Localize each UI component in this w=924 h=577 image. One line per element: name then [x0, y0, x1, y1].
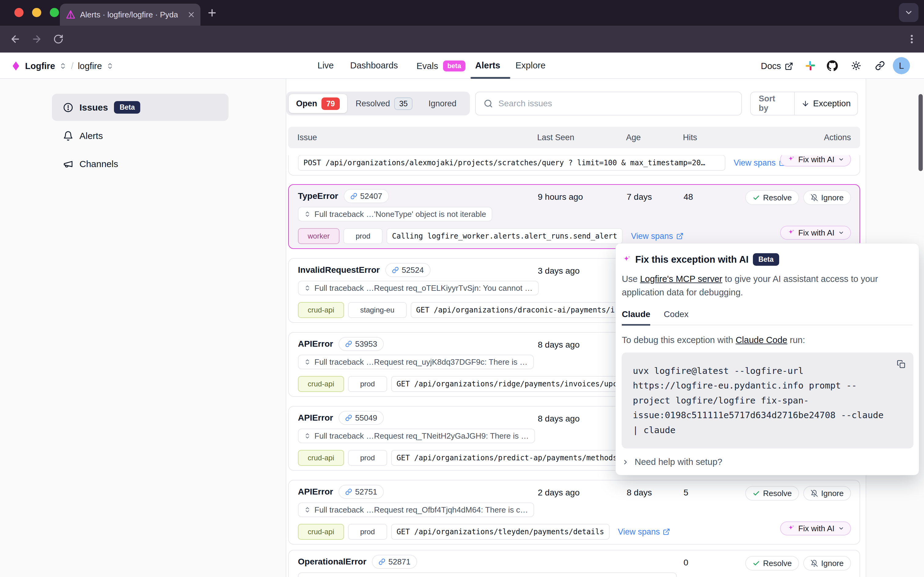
- link-icon: [345, 340, 352, 347]
- table-row-operationalerror[interactable]: OperationalError 52871 0 Resolve Ignore: [288, 550, 860, 577]
- browser-tab-strip: Alerts · logfire/logfire · Pydant: [0, 0, 924, 26]
- issue-id-pill[interactable]: 55049: [339, 411, 384, 425]
- ignore-button[interactable]: Ignore: [803, 190, 851, 205]
- tab-codex[interactable]: Codex: [664, 309, 689, 325]
- project-name[interactable]: logfire: [78, 61, 102, 71]
- col-age: Age: [626, 133, 641, 142]
- mcp-server-link[interactable]: Logfire's MCP server: [640, 274, 722, 284]
- chevron-down-icon: [838, 156, 844, 163]
- browser-tab[interactable]: Alerts · logfire/logfire · Pydant: [60, 4, 200, 26]
- ignore-button[interactable]: Ignore: [803, 556, 851, 571]
- fix-with-ai-button[interactable]: Fix with AI: [780, 226, 851, 240]
- new-tab-button[interactable]: [206, 7, 218, 18]
- github-icon[interactable]: [827, 60, 838, 71]
- last-seen: 9 hours ago: [538, 192, 583, 202]
- sidebar-item-issues[interactable]: Issues Beta: [52, 94, 229, 121]
- setup-help-toggle[interactable]: Need help with setup?: [622, 457, 913, 467]
- age: 7 days: [627, 192, 652, 202]
- copy-button[interactable]: [897, 360, 905, 368]
- avatar[interactable]: L: [893, 57, 910, 74]
- bell-off-icon: [811, 490, 818, 497]
- link-icon: [392, 267, 399, 273]
- tab-claude[interactable]: Claude: [622, 309, 650, 326]
- ignore-button[interactable]: Ignore: [803, 486, 851, 501]
- issue-id-pill[interactable]: 52871: [372, 555, 417, 569]
- issue-id-pill[interactable]: 52524: [385, 263, 431, 277]
- check-icon: [753, 490, 760, 497]
- issue-id-pill[interactable]: 53953: [339, 337, 384, 351]
- issue-id-pill[interactable]: 52751: [339, 485, 384, 499]
- traceback-pill[interactable]: Full traceback …Request req_oTELKiyyrTvS…: [298, 281, 539, 295]
- tab-explore[interactable]: Explore: [516, 60, 545, 71]
- refresh-button[interactable]: [53, 34, 64, 44]
- resolve-button[interactable]: Resolve: [745, 190, 799, 205]
- issue-type: APIError: [298, 487, 333, 496]
- assistant-tabs: Claude Codex: [622, 309, 913, 325]
- window-minimize-button[interactable]: [32, 8, 41, 17]
- share-link-icon[interactable]: [875, 61, 885, 71]
- search-input[interactable]: [498, 99, 733, 108]
- slack-icon[interactable]: [805, 61, 815, 71]
- window-zoom-button[interactable]: [50, 8, 59, 17]
- theme-toggle-icon[interactable]: [851, 61, 861, 71]
- col-issue: Issue: [297, 133, 317, 142]
- view-spans-link[interactable]: View spans: [618, 527, 671, 537]
- popover-instruction: To debug this exception with Claude Code…: [622, 335, 913, 345]
- chevron-down-icon: [838, 230, 844, 236]
- chevrons-up-down-icon: [304, 359, 311, 365]
- page-scrollbar[interactable]: [919, 94, 923, 171]
- tab-evals[interactable]: Evals beta: [416, 60, 465, 71]
- traceback-pill[interactable]: Full traceback …Request req_Ofbf4Tjqh4dM…: [298, 503, 534, 517]
- traceback-pill[interactable]: Full traceback …Request req_TNeitH2yGaJG…: [298, 429, 535, 443]
- traceback-pill[interactable]: Full traceback …Request req_uyjK8dq37DGF…: [298, 355, 534, 369]
- sort-direction-icon[interactable]: [801, 100, 810, 108]
- claude-code-link[interactable]: Claude Code: [735, 335, 787, 345]
- link-icon: [379, 558, 385, 565]
- search-box: [475, 92, 742, 116]
- traceback-pill[interactable]: Full traceback …'NoneType' object is not…: [298, 207, 492, 221]
- popover-beta-badge: Beta: [753, 253, 779, 266]
- tab-close-icon[interactable]: [188, 11, 195, 18]
- forward-button[interactable]: [31, 34, 42, 45]
- view-spans-link[interactable]: View spans: [734, 158, 786, 168]
- tab-alerts[interactable]: Alerts: [475, 60, 500, 71]
- tab-dashboards[interactable]: Dashboards: [350, 60, 398, 71]
- fix-with-ai-button[interactable]: Fix with AI: [780, 155, 851, 166]
- resolve-button[interactable]: Resolve: [745, 556, 799, 571]
- org-name[interactable]: Logfire: [25, 61, 55, 71]
- docs-link[interactable]: Docs: [761, 61, 793, 71]
- org-switcher-icon[interactable]: [59, 62, 67, 69]
- command-text: uvx logfire@latest --logfire-url https:/…: [633, 364, 890, 437]
- check-icon: [753, 194, 760, 201]
- table-header: Issue Last Seen Age Hits Actions: [288, 127, 860, 148]
- tag-worker: worker: [298, 228, 339, 244]
- col-last-seen: Last Seen: [537, 133, 574, 142]
- filter-open[interactable]: Open 79: [289, 94, 347, 113]
- sort-control[interactable]: Sort by Exception: [750, 92, 858, 116]
- tab-overflow-button[interactable]: [899, 3, 919, 22]
- browser-menu-icon[interactable]: [906, 34, 917, 45]
- traceback-pill[interactable]: [298, 572, 677, 577]
- tab-live[interactable]: Live: [318, 60, 334, 71]
- project-switcher-icon[interactable]: [106, 62, 114, 69]
- sidebar-item-channels[interactable]: Channels: [52, 153, 229, 175]
- back-button[interactable]: [10, 34, 21, 45]
- table-row-apierror-52751[interactable]: APIError 52751 2 days ago 8 days 5 Resol…: [288, 480, 860, 545]
- issue-id-pill[interactable]: 52407: [344, 189, 389, 203]
- view-spans-link[interactable]: View spans: [631, 232, 684, 241]
- filter-ignored[interactable]: Ignored: [421, 94, 464, 113]
- resolve-button[interactable]: Resolve: [745, 486, 799, 501]
- sidebar-item-alerts[interactable]: Alerts: [52, 125, 229, 147]
- fix-with-ai-button[interactable]: Fix with AI: [780, 521, 851, 535]
- filter-resolved[interactable]: Resolved 35: [348, 94, 420, 113]
- window-close-button[interactable]: [15, 8, 24, 17]
- tag-service: crud-api: [298, 450, 344, 466]
- hits: 5: [684, 488, 689, 498]
- span-code: Calling logfire_worker.alerts.alert_runs…: [387, 228, 623, 244]
- tag-env: prod: [343, 228, 382, 244]
- table-row-typeerror[interactable]: TypeError 52407 9 hours ago 7 days 48 Re…: [288, 184, 860, 249]
- link-icon: [350, 193, 357, 200]
- table-row-partial[interactable]: POST /api/organizations/alexmojaki/proje…: [288, 155, 860, 176]
- external-link-icon: [663, 528, 670, 535]
- megaphone-icon: [63, 159, 73, 169]
